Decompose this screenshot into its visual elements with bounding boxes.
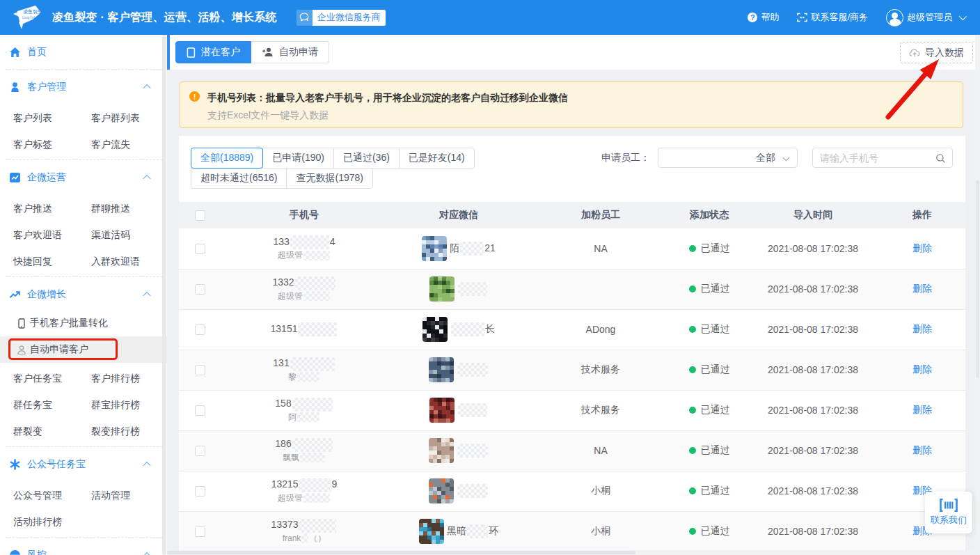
delete-link[interactable]: 删除	[912, 364, 932, 375]
vertical-scrollbar-thumb[interactable]	[976, 180, 979, 378]
sidebar-item-群裂变[interactable]: 群裂变	[6, 425, 84, 438]
sidebar-root-flower[interactable]: 公众号任务宝	[6, 449, 162, 480]
sidebar-item-客户推送[interactable]: 客户推送	[6, 203, 84, 215]
wechat-cell: 长	[388, 317, 530, 342]
filter-已通过(36)[interactable]: 已通过(36)	[333, 148, 400, 169]
table-row: 13373 frank（） 黑暗环 小桐 已通过 2021-08-08 17:0…	[179, 511, 965, 550]
filter-已是好友(14)[interactable]: 已是好友(14)	[399, 148, 475, 169]
status-dot-icon	[689, 528, 696, 535]
sidebar-root-label: 客户管理	[27, 81, 66, 93]
sidebar-section: 企微运营客户推送群聊推送客户欢迎语渠道活码快捷回复入群欢迎语	[6, 160, 162, 277]
phone-sub-label: 黎	[221, 371, 388, 383]
sidebar-root-home[interactable]: 首页	[6, 37, 162, 68]
status-cell: 已通过	[672, 364, 747, 376]
row-checkbox[interactable]	[195, 244, 205, 254]
row-checkbox[interactable]	[195, 325, 205, 335]
app-logo-icon[interactable]: 凌鱼裂变 LingYuLieBian	[12, 4, 44, 31]
chevron-up-icon	[143, 462, 150, 469]
filter-已申请(190)[interactable]: 已申请(190)	[262, 148, 334, 169]
sidebar-root-label: 公众号任务宝	[27, 458, 86, 471]
sidebar-item-客户群列表[interactable]: 客户群列表	[84, 112, 140, 125]
phone-value: 1332	[221, 276, 388, 290]
horizontal-scrollbar-thumb[interactable]	[167, 551, 635, 554]
staff-cell: 技术服务	[530, 350, 672, 390]
sidebar-item-客户列表[interactable]: 客户列表	[6, 112, 84, 125]
sidebar-root-user[interactable]: 客户管理	[6, 72, 162, 102]
sidebar-root-label: 企微运营	[27, 171, 66, 184]
sidebar-item-入群欢迎语[interactable]: 入群欢迎语	[84, 256, 140, 268]
horizontal-scrollbar[interactable]	[167, 550, 975, 555]
sidebar-item-自动申请客户[interactable]: 自动申请客户	[0, 336, 167, 363]
sidebar-root-umbrella[interactable]: 风控	[6, 540, 162, 555]
status-cell: 已通过	[672, 485, 747, 497]
help-button[interactable]: ? 帮助	[748, 11, 779, 24]
vertical-scrollbar[interactable]	[975, 35, 980, 555]
delete-link[interactable]: 删除	[912, 283, 932, 294]
sidebar-item-公众号管理[interactable]: 公众号管理	[6, 490, 84, 502]
phone-search-input[interactable]	[813, 148, 952, 167]
sidebar-item-群宝排行榜[interactable]: 群宝排行榜	[84, 399, 140, 412]
sidebar-subrow: 群裂变裂变排行榜	[6, 419, 162, 445]
sidebar-item-客户流失[interactable]: 客户流失	[84, 139, 130, 151]
sidebar-item-客户排行榜[interactable]: 客户排行榜	[84, 373, 140, 385]
sidebar-subgrid: 客户推送群聊推送客户欢迎语渠道活码快捷回复入群欢迎语	[6, 196, 162, 275]
person-icon	[17, 345, 26, 355]
contact-us-widget[interactable]: 联系我们	[925, 492, 972, 533]
row-checkbox[interactable]	[195, 365, 205, 375]
sidebar-subrow: 群任务宝群宝排行榜	[6, 392, 162, 419]
sidebar-item-客户欢迎语[interactable]: 客户欢迎语	[6, 229, 84, 242]
filter-超时未通过(6516)[interactable]: 超时未通过(6516)	[191, 168, 287, 189]
col-wechat: 对应微信	[388, 202, 530, 228]
delete-link[interactable]: 删除	[912, 404, 932, 415]
contact-service-button[interactable]: 联系客服/商务	[797, 11, 868, 24]
staff-select[interactable]: 全部	[658, 148, 798, 168]
sidebar-item-群任务宝[interactable]: 群任务宝	[6, 399, 84, 412]
chevron-up-icon	[143, 292, 150, 299]
import-time-cell: 2021-08-08 17:02:38	[747, 390, 879, 430]
sidebar-item-渠道活码[interactable]: 渠道活码	[84, 229, 130, 242]
user-menu[interactable]: 超级管理员	[886, 9, 965, 26]
sidebar-scrollbar[interactable]	[162, 35, 166, 555]
row-checkbox[interactable]	[195, 446, 205, 456]
col-staff: 加粉员工	[530, 202, 672, 228]
sidebar-item-群聊推送[interactable]: 群聊推送	[84, 203, 130, 215]
tab-潜在客户[interactable]: 潜在客户	[175, 41, 251, 63]
customer-table: 手机号 对应微信 加粉员工 添加状态 导入时间 操作 1334 超级管 陌21	[179, 202, 965, 550]
filter-全部(18889)[interactable]: 全部(18889)	[191, 148, 263, 169]
sidebar-root-trend[interactable]: 企微增长	[6, 279, 162, 310]
upload-cloud-icon	[909, 48, 920, 58]
row-checkbox[interactable]	[195, 405, 205, 416]
chevron-up-icon	[143, 175, 150, 182]
sidebar-item-活动管理[interactable]: 活动管理	[84, 490, 130, 502]
status-dot-icon	[689, 245, 696, 252]
staff-cell: 小桐	[530, 511, 672, 550]
delete-link[interactable]: 删除	[912, 323, 932, 334]
filter-查无数据(1978)[interactable]: 查无数据(1978)	[286, 168, 372, 189]
tab-label: 潜在客户	[201, 46, 240, 58]
tabs: 潜在客户 自动申请	[175, 41, 329, 63]
sidebar-item-手机客户批量转化[interactable]: 手机客户批量转化	[6, 310, 162, 336]
row-checkbox[interactable]	[195, 526, 205, 537]
sidebar-item-快捷回复[interactable]: 快捷回复	[6, 256, 84, 268]
sidebar-item-裂变排行榜[interactable]: 裂变排行榜	[84, 425, 140, 438]
import-data-button[interactable]: 导入数据	[900, 42, 973, 63]
delete-link[interactable]: 删除	[912, 242, 932, 253]
sidebar-section: 客户管理客户列表客户群列表客户标签客户流失	[6, 70, 162, 160]
umbrella-icon	[9, 549, 21, 555]
delete-link[interactable]: 删除	[912, 444, 932, 455]
select-chevron-icon	[783, 155, 790, 162]
select-all-checkbox[interactable]	[195, 210, 205, 221]
logo-text-en: LingYuLieBian	[22, 15, 44, 19]
tab-自动申请[interactable]: 自动申请	[251, 41, 329, 63]
sidebar-item-客户标签[interactable]: 客户标签	[6, 139, 84, 151]
status-label: 已通过	[701, 323, 730, 336]
sidebar-item-活动排行榜[interactable]: 活动排行榜	[6, 516, 84, 529]
sidebar-item-客户任务宝[interactable]: 客户任务宝	[6, 373, 84, 385]
wechat-cell	[388, 438, 530, 463]
import-time-cell: 2021-08-08 17:02:38	[747, 228, 879, 269]
search-icon[interactable]	[935, 153, 946, 166]
wechat-name: 黑暗环	[447, 524, 498, 538]
row-checkbox[interactable]	[195, 486, 205, 497]
row-checkbox[interactable]	[195, 284, 205, 295]
sidebar-root-chart[interactable]: 企微运营	[6, 162, 162, 193]
